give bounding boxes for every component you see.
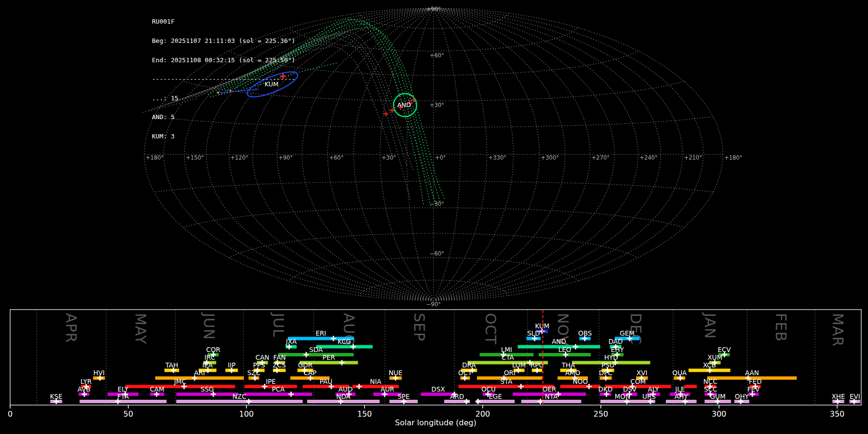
count-and: AND: 5: [152, 114, 295, 120]
begin-time: Beg: 20251107 21:11:03 (sol = 225.36°): [152, 38, 295, 44]
shower-label: KCG: [338, 338, 351, 345]
shower-JXA: JXA: [285, 338, 297, 350]
longitude-label: +270°: [592, 154, 610, 161]
axis-tick-label: 150: [357, 409, 372, 419]
shower-label: NTA: [545, 393, 558, 400]
shower-unlabeled: [685, 385, 697, 388]
shower-label: PPS: [253, 361, 265, 369]
shower-label: NIA: [370, 378, 381, 385]
shower-bar: [685, 385, 697, 388]
shower-label: FEV: [747, 385, 760, 393]
axis-tick-label: 100: [239, 409, 254, 419]
meteor-radiant-marker: [383, 111, 388, 116]
shower-bar: [176, 400, 303, 403]
shower-label: AUR: [380, 385, 394, 393]
shower-NUE: NUE: [389, 369, 403, 381]
shower-FEV: FEV: [747, 385, 760, 397]
shower-ZCS: ZCS: [272, 361, 285, 373]
shower-label: GEM: [620, 329, 635, 337]
month-label: JAN: [702, 312, 719, 339]
shower-label: AND: [552, 338, 566, 345]
shower-RPU: RPU: [530, 361, 543, 373]
shower-label: TAH: [165, 361, 178, 369]
shower-label: SZC: [247, 369, 260, 377]
observation-summary: RU001F Beg: 20251107 21:11:03 (sol = 225…: [152, 6, 295, 146]
shower-SZC: SZC: [247, 369, 260, 381]
shower-label: DRA: [462, 361, 476, 369]
shower-label: ARI: [194, 369, 205, 377]
shower-label: IRC: [204, 353, 215, 361]
shower-label: NZC: [232, 393, 246, 400]
shower-label: HYD: [604, 353, 618, 361]
shower-bar: [244, 385, 297, 388]
axis-title: Solar longitude (deg): [395, 418, 476, 427]
shower-label: ERI: [315, 329, 326, 337]
shower-label: AMO: [565, 369, 581, 377]
shower-DPC: DPC: [599, 369, 612, 381]
longitude-label: +330°: [488, 154, 506, 161]
shower-label: AUD: [339, 385, 353, 393]
shower-QUA: QUA: [672, 369, 687, 381]
month-label: APR: [63, 313, 80, 343]
x-axis: 050100150200250300350Solar longitude (de…: [8, 405, 844, 427]
shower-TAH: TAH: [164, 361, 179, 373]
month-label: MAY: [132, 313, 149, 344]
parallel-line: [359, 13, 509, 28]
shower-label: THA: [561, 361, 575, 369]
longitude-label: +150°: [186, 154, 203, 161]
shower-label: FAN: [273, 353, 286, 361]
shower-bar: [155, 377, 244, 380]
shower-label: EGE: [488, 393, 502, 400]
longitude-label: +30°: [381, 154, 396, 161]
axis-tick-label: 300: [712, 409, 727, 419]
shower-bar: [666, 400, 697, 403]
shower-label: URS: [642, 393, 656, 400]
shower-label: AHY: [675, 393, 688, 400]
axis-tick-label: 50: [123, 409, 133, 419]
shower-label: PAU: [320, 378, 332, 385]
shower-OBS: OBS: [578, 329, 592, 341]
shower-bar: [521, 400, 582, 403]
end-time: End: 20251108 00:32:15 (sol = 225.50°): [152, 57, 295, 63]
activity-chart: APRMAYJUNJULAUGSEPOCTNOVDECJANFEBMARKUME…: [8, 310, 861, 427]
shower-bar: [560, 385, 600, 388]
pole-label-south: −90°: [426, 301, 441, 308]
shower-label: JLE: [675, 385, 685, 393]
shower-label: IPE: [266, 378, 276, 385]
shower-label: SDA: [309, 346, 323, 353]
shower-CAM: CAM: [150, 385, 164, 397]
longitude-label: +120°: [231, 154, 248, 161]
latitude-label: −60°: [430, 250, 444, 257]
shower-label: JXA: [285, 338, 297, 345]
pole-label-north: +90°: [426, 6, 441, 13]
shower-XHE: XHE: [832, 393, 845, 405]
longitude-label: +90°: [278, 154, 293, 161]
shower-SLD: SLD: [527, 329, 541, 341]
month-label: OCT: [482, 313, 499, 345]
month-label: SEP: [411, 313, 428, 341]
shower-HVI: HVI: [93, 369, 105, 381]
plot-canvas: +90°−90°+60°+30°−30°−60°+180°+150°+120°+…: [0, 0, 868, 434]
longitude-label: +0°: [435, 154, 446, 161]
shower-label: NDA: [336, 393, 351, 400]
shower-bar: [80, 400, 166, 403]
shower-bar: [459, 385, 555, 388]
shower-label: ZCS: [272, 361, 285, 369]
separator-line: --------------------------------------: [152, 76, 295, 82]
shower-label: SSG: [201, 385, 214, 393]
shower-label: HVI: [94, 369, 105, 377]
shower-EVI: EVI: [850, 393, 861, 405]
shower-label: ORI: [504, 369, 515, 377]
shower-bar: [176, 393, 238, 396]
month-label: MAR: [829, 313, 846, 347]
shower-label: PCA: [272, 385, 285, 393]
shower-bar: [316, 345, 373, 349]
shower-label: ARD: [450, 393, 464, 400]
longitude-label: +180°: [724, 154, 742, 161]
shower-bar: [600, 400, 645, 403]
month-label: JUL: [270, 312, 287, 338]
shower-KSE: KSE: [50, 393, 63, 405]
axis-tick-label: 350: [830, 409, 845, 419]
shower-label: LEO: [558, 346, 571, 353]
shower-bar: [125, 385, 235, 388]
